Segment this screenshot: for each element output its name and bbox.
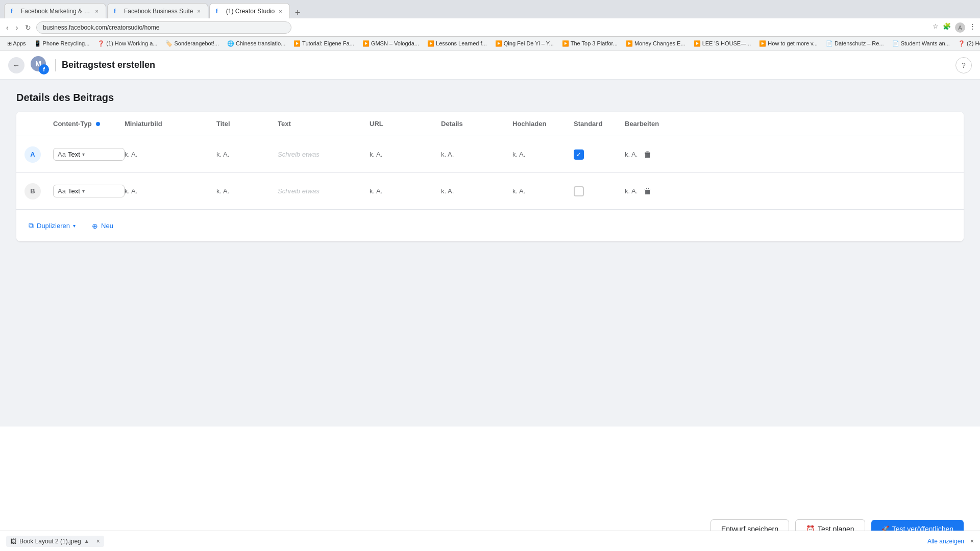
row-b-standard[interactable] (574, 186, 625, 196)
row-b-edit-label: k. A. (625, 187, 638, 195)
forward-nav-button[interactable]: › (14, 22, 20, 33)
menu-icon[interactable]: ⋮ (969, 22, 976, 33)
download-filename: Book Layout 2 (1).jpeg (19, 538, 81, 539)
page-title: Beitragstest erstellen (62, 60, 155, 70)
bookmark-3[interactable]: 🏷️ Sonderangebot!... (162, 39, 222, 48)
table-header: Content-Typ Miniaturbild Titel Text URL … (16, 112, 964, 136)
tab-label-1: Facebook Marketing & Werb... (21, 8, 91, 15)
back-button[interactable]: ← (8, 57, 24, 73)
row-b-text[interactable]: Schreib etwas (278, 187, 370, 195)
new-tab-button[interactable]: + (291, 8, 305, 18)
text-type-icon-a: Aa (58, 151, 66, 158)
row-a-url: k. A. (370, 151, 441, 158)
row-a-edit-label: k. A. (625, 151, 638, 158)
row-b-upload: k. A. (512, 187, 574, 195)
row-a-content-type: Aa Text ▾ (53, 148, 125, 161)
tab-3[interactable]: f (1) Creator Studio × (209, 3, 290, 18)
new-button[interactable]: ⊕ Neu (88, 219, 117, 233)
bookmark-11[interactable]: ▶️ LEE 'S HOUSE—... (691, 39, 754, 48)
table-container: Content-Typ Miniaturbild Titel Text URL … (16, 112, 964, 241)
download-bar-close[interactable]: × (970, 538, 974, 539)
download-item: 🖼 Book Layout 2 (1).jpeg ▲ × (6, 536, 104, 539)
show-all-button[interactable]: Alle anzeigen (927, 538, 964, 539)
tab-1[interactable]: f Facebook Marketing & Werb... × (4, 3, 106, 18)
row-b-checkbox[interactable] (574, 186, 584, 196)
content-type-selector-b[interactable]: Aa Text ▾ (53, 185, 125, 197)
col-header-text: Text (278, 120, 370, 128)
col-header-upload: Hochladen (512, 120, 574, 128)
header-divider (55, 59, 56, 71)
bookmark-14[interactable]: 📄 Student Wants an... (889, 39, 953, 48)
row-b-title: k. A. (216, 187, 278, 195)
col-header-content-type: Content-Typ (53, 120, 125, 128)
table-row-b: B Aa Text ▾ k. A. k. A. Schreib etwas k.… (16, 173, 964, 210)
row-a-text[interactable]: Schreib etwas (278, 151, 370, 158)
content-type-label-a: Text (68, 151, 80, 158)
reload-button[interactable]: ↻ (23, 22, 33, 33)
row-b-delete-button[interactable]: 🗑 (642, 185, 654, 198)
row-b-url: k. A. (370, 187, 441, 195)
new-label: Neu (101, 222, 113, 230)
bookmark-15[interactable]: ❓ (2) How To Add A... (955, 39, 980, 48)
content-type-selector-a[interactable]: Aa Text ▾ (53, 148, 125, 161)
download-close-button[interactable]: × (96, 538, 100, 539)
tab-close-2[interactable]: × (196, 7, 201, 15)
bookmark-9[interactable]: ▶️ The Top 3 Platfor... (559, 39, 621, 48)
col-header-title: Titel (216, 120, 278, 128)
download-chevron-icon[interactable]: ▲ (84, 538, 89, 539)
bookmark-12[interactable]: ▶️ How to get more v... (756, 39, 821, 48)
address-input[interactable] (36, 21, 291, 34)
drag-handle[interactable] (96, 122, 100, 126)
col-header-standard: Standard (574, 120, 625, 128)
bookmark-5[interactable]: ▶️ Tutorial: Eigene Fa... (290, 39, 357, 48)
row-a-thumbnail: k. A. (125, 151, 216, 158)
row-a-delete-button[interactable]: 🗑 (642, 148, 654, 161)
extensions-icon[interactable]: 🧩 (943, 22, 951, 33)
col-header-details: Details (441, 120, 512, 128)
bookmark-13[interactable]: 📄 Datenschutz – Re... (823, 39, 887, 48)
row-a-standard[interactable]: ✓ (574, 149, 625, 160)
table-row-a: A Aa Text ▾ k. A. k. A. Schreib etwas k.… (16, 136, 964, 173)
tab-label-3: (1) Creator Studio (226, 8, 275, 15)
back-nav-button[interactable]: ‹ (4, 22, 11, 33)
tab-2[interactable]: f Facebook Business Suite × (107, 3, 208, 18)
duplicate-icon: ⧉ (29, 221, 34, 230)
duplicate-label: Duplizieren (37, 222, 70, 230)
col-header-thumbnail: Miniaturbild (125, 120, 216, 128)
text-type-icon-b: Aa (58, 187, 66, 195)
duplicate-button[interactable]: ⧉ Duplizieren ▾ (24, 218, 80, 233)
toolbar-icons: ☆ 🧩 A ⋮ (933, 22, 976, 33)
bookmark-4[interactable]: 🌐 Chinese translatio... (224, 39, 288, 48)
dropdown-arrow-a: ▾ (82, 152, 85, 157)
apps-bookmark[interactable]: ⊞ Apps (4, 39, 29, 48)
duplicate-dropdown-arrow: ▾ (73, 223, 76, 229)
col-header-edit: Bearbeiten (625, 120, 666, 128)
content-type-label-b: Text (68, 187, 80, 195)
tab-favicon-3: f (216, 8, 223, 15)
bookmarks-bar: ⊞ Apps 📱 Phone Recycling... ❓ (1) How Wo… (0, 37, 980, 51)
row-b-details: k. A. (441, 187, 512, 195)
bookmark-1[interactable]: 📱 Phone Recycling... (31, 39, 93, 48)
tab-close-1[interactable]: × (94, 7, 100, 15)
row-a-label-cell: A (24, 146, 53, 163)
row-a-upload: k. A. (512, 151, 574, 158)
bookmark-2[interactable]: ❓ (1) How Working a... (94, 39, 160, 48)
bookmark-7[interactable]: ▶️ Lessons Learned f... (424, 39, 490, 48)
facebook-logo: f (39, 64, 49, 74)
bookmark-10[interactable]: ▶️ Money Changes E... (623, 39, 689, 48)
dropdown-arrow-b: ▾ (82, 188, 85, 194)
bookmark-8[interactable]: ▶️ Qing Fei De Yi – Y... (492, 39, 557, 48)
profile-icon[interactable]: A (955, 22, 965, 33)
star-icon[interactable]: ☆ (933, 22, 939, 33)
row-b-thumbnail: k. A. (125, 187, 216, 195)
row-b-content-type: Aa Text ▾ (53, 185, 125, 197)
tab-close-3[interactable]: × (278, 7, 283, 15)
row-b-actions: k. A. 🗑 (625, 185, 666, 198)
tab-label-2: Facebook Business Suite (124, 8, 193, 15)
help-button[interactable]: ? (955, 57, 972, 73)
col-header-url: URL (370, 120, 441, 128)
row-a-checkbox[interactable]: ✓ (574, 149, 584, 160)
download-file-icon: 🖼 (10, 538, 16, 539)
row-b-label: B (24, 183, 41, 199)
bookmark-6[interactable]: ▶️ GMSN – Vologda... (359, 39, 422, 48)
